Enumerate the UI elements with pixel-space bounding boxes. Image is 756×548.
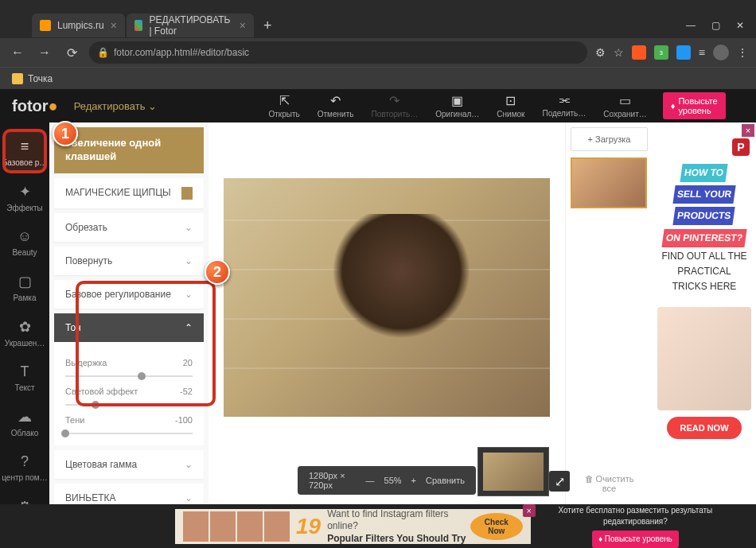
highlights-slider[interactable] <box>65 404 193 406</box>
tab-title: РЕДАКТИРОВАТЬ | Fotor <box>149 14 232 37</box>
edited-photo[interactable] <box>224 178 550 417</box>
image-thumbnail[interactable] <box>571 157 647 208</box>
folder-icon <box>12 73 23 84</box>
exposure-label: Выдержка <box>65 358 107 367</box>
nav-beauty[interactable]: ☺Beauty <box>0 220 49 265</box>
camera-icon: ⊡ <box>505 93 516 108</box>
browser-tabs: Lumpics.ru × РЕДАКТИРОВАТЬ | Fotor × + —… <box>0 13 756 38</box>
tab-fotor[interactable]: РЕДАКТИРОВАТЬ | Fotor × <box>127 14 254 37</box>
pinterest-icon[interactable]: P <box>732 138 750 156</box>
nav-frame[interactable]: ▢Рамка <box>0 265 49 310</box>
banner-thumb <box>237 511 263 542</box>
banner-text: Want to find Instagram filters online?Po… <box>327 508 470 546</box>
footer-promo-text: Хотите бесплатно разместить результаты р… <box>531 505 740 527</box>
panel-basic-adj[interactable]: Базовое регулирование⌄ <box>54 280 204 309</box>
menu-icon[interactable]: ⋮ <box>737 46 748 59</box>
effects-icon: ✦ <box>19 183 31 200</box>
frame-icon: ▢ <box>18 273 32 290</box>
ad-text: FIND OUT ALL THE PRACTICAL TRICKS HERE <box>661 251 746 292</box>
annotation-marker-2: 2 <box>205 259 230 285</box>
url-text: fotor.com/app.html#/editor/basic <box>114 47 249 58</box>
expand-button[interactable]: ⤢ <box>549 471 570 492</box>
image-icon: ▣ <box>451 93 463 108</box>
close-icon[interactable]: × <box>240 19 246 32</box>
ad-image <box>657 307 751 410</box>
favicon-icon <box>134 20 143 31</box>
fotor-logo[interactable]: fotor● <box>12 97 58 115</box>
panel-color[interactable]: Цветовая гамма⌄ <box>54 450 204 479</box>
zoom-out-button[interactable]: — <box>366 476 375 485</box>
exposure-slider[interactable] <box>65 375 193 377</box>
ad-text: HOW TO <box>680 164 728 182</box>
banner-close-button[interactable]: × <box>523 504 536 517</box>
help-icon: ? <box>21 453 29 470</box>
back-button[interactable]: ← <box>8 45 27 60</box>
banner-number: 19 <box>296 514 321 539</box>
upgrade-button[interactable]: ♦ Повысьте уровень <box>663 92 726 119</box>
ad-text: ON PINTEREST? <box>661 229 746 247</box>
url-input[interactable]: 🔒 fotor.com/app.html#/editor/basic <box>89 41 587 64</box>
original-button[interactable]: ▣Оригинал… <box>435 93 479 119</box>
highlights-label: Световой эффект <box>65 387 138 396</box>
nav-text[interactable]: TТекст <box>0 356 49 400</box>
nav-effects[interactable]: ✦Эффекты <box>0 175 49 220</box>
shadows-slider[interactable] <box>65 433 193 434</box>
close-button[interactable]: ✕ <box>736 20 744 31</box>
right-panel: + Загрузка 🗑 Очистить все <box>565 122 653 504</box>
maximize-button[interactable]: ▢ <box>711 20 720 31</box>
compare-button[interactable]: Сравнить <box>426 476 465 485</box>
zoom-bar: 1280px × 720px — 55% + Сравнить <box>298 466 476 495</box>
preview-thumbnail[interactable] <box>477 447 549 496</box>
read-now-button[interactable]: READ NOW <box>667 417 741 439</box>
edit-dropdown[interactable]: Редактировать ⌄ <box>74 100 158 112</box>
redo-button: ↷Повторить… <box>371 93 418 119</box>
tone-header[interactable]: Тон⌃ <box>54 313 204 342</box>
tone-section: Тон⌃ Выдержка20 Световой эффект-52 Тени-… <box>54 313 204 445</box>
clear-all-button[interactable]: 🗑 Очистить все <box>571 468 648 499</box>
save-button[interactable]: ▭Сохранит… <box>603 93 646 119</box>
undo-button[interactable]: ↶Отменить <box>318 93 354 119</box>
undo-icon: ↶ <box>330 93 341 108</box>
chevron-down-icon: ⌄ <box>185 492 193 503</box>
minimize-button[interactable]: — <box>686 20 696 31</box>
upload-button[interactable]: + Загрузка <box>571 127 648 151</box>
annotation-marker-1: 1 <box>53 121 78 146</box>
nav-help[interactable]: ?центр пом… <box>0 445 49 490</box>
panel-crop[interactable]: Обрезать⌄ <box>54 213 204 242</box>
nav-basic[interactable]: ≡ Базовое р… <box>0 130 49 175</box>
panel-rotate[interactable]: Повернуть⌄ <box>54 247 204 275</box>
ad-close-button[interactable]: × <box>742 124 754 137</box>
reload-button[interactable]: ⟳ <box>62 45 81 60</box>
footer-upgrade-button[interactable]: ♦ Повысьте уровень <box>592 531 679 548</box>
new-tab-button[interactable]: + <box>255 17 280 34</box>
canvas[interactable]: 1280px × 720px — 55% + Сравнить ⤢ <box>208 122 565 504</box>
snapshot-button[interactable]: ⊡Снимок <box>497 93 524 119</box>
tab-lumpics[interactable]: Lumpics.ru × <box>32 14 125 37</box>
check-now-button[interactable]: Check Now <box>470 513 523 540</box>
panel-magic[interactable]: МАГИЧЕСКИЕ ЩИПЦЫ <box>54 178 204 208</box>
nav-cloud[interactable]: ☁Облако <box>0 400 49 445</box>
beauty-icon: ☺ <box>18 228 32 245</box>
translate-icon[interactable]: ⚙ <box>595 46 606 59</box>
lock-icon: 🔒 <box>97 47 109 58</box>
zoom-in-button[interactable]: + <box>411 476 416 485</box>
star-icon[interactable]: ☆ <box>614 46 624 59</box>
bookmark-item[interactable]: Точка <box>28 73 53 84</box>
redo-icon: ↷ <box>389 93 399 108</box>
list-icon[interactable]: ≡ <box>699 46 705 59</box>
chevron-down-icon: ⌄ <box>185 222 193 233</box>
close-icon[interactable]: × <box>111 19 117 32</box>
extension-icon[interactable] <box>676 45 691 60</box>
footer-banner[interactable]: 19 Want to find Instagram filters online… <box>175 509 531 544</box>
extension-icon[interactable]: 3 <box>654 45 668 60</box>
share-button[interactable]: ⫘Поделить… <box>542 93 586 119</box>
sidebar-ad: × P HOW TO SELL YOUR PRODUCTS ON PINTERE… <box>653 122 756 504</box>
open-icon: ⇱ <box>279 93 290 108</box>
banner-thumb <box>210 511 236 542</box>
forward-button[interactable]: → <box>35 45 54 60</box>
extension-icon[interactable] <box>632 45 646 60</box>
open-button[interactable]: ⇱Открыть <box>268 93 299 119</box>
banner-thumb <box>183 511 208 542</box>
profile-avatar[interactable] <box>713 45 729 60</box>
nav-stickers[interactable]: ✿Украшен… <box>0 310 49 356</box>
